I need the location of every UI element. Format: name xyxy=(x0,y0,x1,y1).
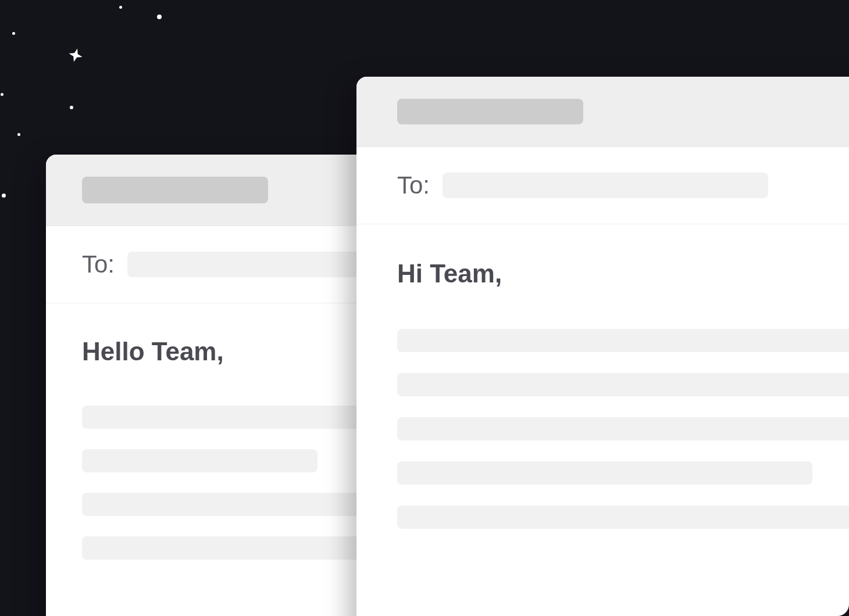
star-decoration xyxy=(157,15,162,19)
body-line-placeholder xyxy=(397,329,849,352)
to-section: To: xyxy=(356,147,849,224)
to-label: To: xyxy=(397,171,430,199)
email-header xyxy=(356,77,849,147)
body-line-placeholder xyxy=(397,373,849,396)
subject-placeholder[interactable] xyxy=(82,177,268,203)
body-line-placeholder xyxy=(397,417,849,440)
body-line-placeholder xyxy=(82,449,318,472)
body-line-placeholder xyxy=(397,506,849,529)
to-label: To: xyxy=(82,250,115,278)
email-body[interactable]: Hi Team, xyxy=(356,224,849,573)
star-decoration xyxy=(12,32,15,35)
star-decoration xyxy=(17,133,20,136)
email-compose-window-front: To: Hi Team, xyxy=(356,77,849,616)
star-decoration xyxy=(70,106,73,109)
star-decoration xyxy=(119,6,122,9)
star-decoration xyxy=(2,194,6,198)
star-decoration xyxy=(1,93,3,96)
body-line-placeholder xyxy=(397,461,812,485)
sparkle-icon xyxy=(67,46,84,64)
subject-placeholder[interactable] xyxy=(397,99,583,124)
to-input-placeholder[interactable] xyxy=(443,173,768,198)
greeting-text: Hi Team, xyxy=(397,259,849,288)
